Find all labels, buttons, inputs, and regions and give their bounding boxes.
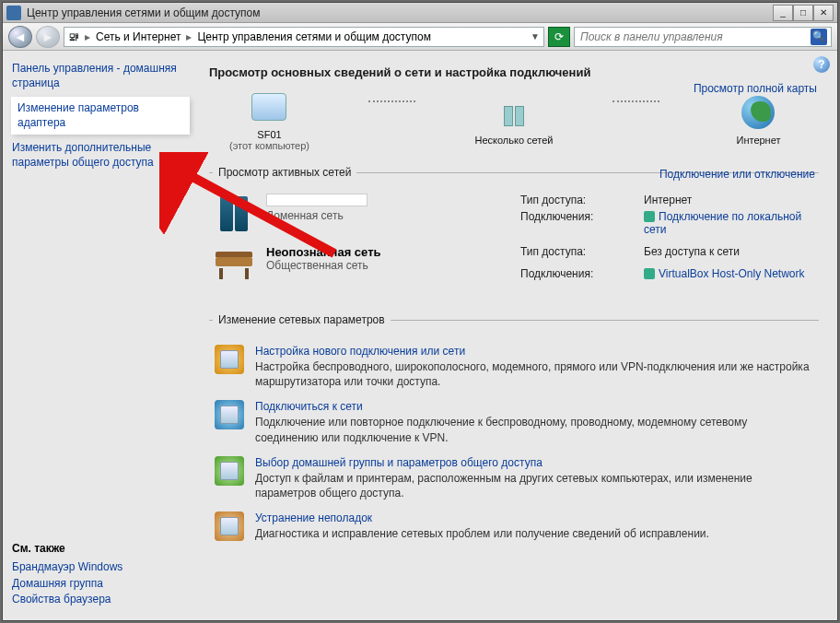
minimize-button[interactable]: _ — [773, 5, 793, 21]
multiple-networks-icon — [496, 99, 532, 126]
sidebar: Панель управления - домашняя страница Из… — [3, 51, 198, 620]
net2-access-label: Тип доступа: — [520, 245, 631, 264]
nic-icon — [644, 268, 655, 279]
task-setup-desc: Настройка беспроводного, широкополосного… — [255, 359, 813, 389]
task-setup-title[interactable]: Настройка нового подключения или сети — [255, 345, 813, 358]
search-icon[interactable]: 🔍 — [811, 29, 827, 45]
task-setup-connection[interactable]: Настройка нового подключения или сети На… — [213, 339, 815, 394]
app-icon — [6, 6, 21, 20]
forward-button[interactable]: ► — [36, 26, 60, 48]
network-entry-domain: Доменная сеть Тип доступа: Интернет Подк… — [213, 194, 815, 236]
sidebar-adapter-link[interactable]: Изменение параметров адаптера — [18, 101, 139, 129]
maximize-button[interactable]: □ — [793, 5, 813, 21]
task-connect-desc: Подключение или повторное подключение к … — [255, 415, 813, 444]
folder-icon: 🖳 — [68, 30, 79, 43]
setup-connection-icon — [215, 345, 244, 374]
back-button[interactable]: ◄ — [8, 26, 32, 48]
task-troubleshoot[interactable]: Устранение неполадок Диагностика и испра… — [213, 506, 815, 547]
change-settings-title: Изменение сетевых параметров — [213, 313, 391, 326]
main-pane: Просмотр основных сведений о сети и наст… — [198, 51, 837, 620]
public-network-icon — [214, 252, 254, 279]
sidebar-advanced-link[interactable]: Изменить дополнительные параметры общего… — [12, 141, 189, 170]
window-frame: Центр управления сетями и общим доступом… — [2, 2, 838, 621]
see-also-firewall[interactable]: Брандмауэр Windows — [12, 560, 189, 575]
connect-network-icon — [215, 400, 244, 429]
nic-icon — [644, 211, 655, 222]
titlebar: Центр управления сетями и общим доступом… — [3, 3, 837, 23]
nav-bar: ◄ ► 🖳 ▸ Сеть и Интернет ▸ Центр управлен… — [3, 23, 837, 51]
task-homegroup-desc: Доступ к файлам и принтерам, расположенн… — [255, 471, 813, 500]
domain-network-name-redacted — [266, 194, 368, 206]
see-also-browser[interactable]: Свойства браузера — [12, 593, 189, 607]
breadcrumb-2[interactable]: Центр управления сетями и общим доступом — [197, 30, 431, 43]
search-input[interactable] — [578, 29, 811, 44]
map-pc-sub: (этот компьютер) — [209, 140, 330, 151]
active-networks-group: Просмотр активных сетей Подключение или … — [209, 166, 819, 299]
refresh-button[interactable]: ⟳ — [548, 27, 570, 47]
domain-network-icon — [220, 196, 248, 231]
net2-name: Неопознанная сеть — [266, 245, 509, 259]
page-heading: Просмотр основных сведений о сети и наст… — [209, 65, 819, 79]
net2-type: Общественная сеть — [266, 259, 509, 272]
task-homegroup[interactable]: Выбор домашней группы и параметров общег… — [213, 451, 815, 506]
map-middle-label: Несколько сетей — [454, 135, 575, 146]
connect-disconnect-link[interactable]: Подключение или отключение — [659, 168, 815, 182]
map-pc-name: SF01 — [209, 129, 330, 140]
sidebar-home-link[interactable]: Панель управления - домашняя страница — [12, 62, 189, 90]
network-map: SF01 (этот компьютер) Несколько сетей Ин… — [209, 88, 819, 151]
address-bar[interactable]: 🖳 ▸ Сеть и Интернет ▸ Центр управления с… — [64, 27, 544, 47]
task-trouble-desc: Диагностика и исправление сетевых пробле… — [255, 526, 813, 541]
see-also-homegroup[interactable]: Домашняя группа — [12, 577, 189, 592]
close-button[interactable]: ✕ — [813, 5, 834, 21]
window-title: Центр управления сетями и общим доступом — [27, 6, 261, 19]
net1-access-value: Интернет — [644, 194, 815, 206]
search-box[interactable]: 🔍 — [574, 27, 832, 47]
net1-conn-link[interactable]: Подключение по локальной сети — [644, 210, 815, 236]
network-entry-unidentified: Неопознанная сеть Общественная сеть Тип … — [213, 245, 815, 286]
net1-conn-label: Подключения: — [520, 210, 631, 236]
task-homegroup-title[interactable]: Выбор домашней группы и параметров общег… — [255, 456, 813, 469]
task-connect-network[interactable]: Подключиться к сети Подключение или повт… — [213, 394, 815, 450]
breadcrumb-1[interactable]: Сеть и Интернет — [96, 30, 181, 43]
troubleshoot-icon — [215, 511, 244, 541]
this-pc-icon — [251, 93, 286, 121]
net2-conn-label: Подключения: — [520, 267, 631, 286]
map-internet-label: Интернет — [698, 135, 819, 146]
net1-access-label: Тип доступа: — [520, 194, 631, 206]
task-connect-title[interactable]: Подключиться к сети — [255, 400, 813, 413]
active-networks-title: Просмотр активных сетей — [213, 166, 356, 179]
address-dropdown-icon[interactable]: ▼ — [531, 31, 540, 41]
see-also-title: См. также — [12, 542, 189, 555]
net2-conn-link[interactable]: VirtualBox Host-Only Network — [644, 267, 815, 286]
map-connector-2 — [612, 100, 659, 102]
internet-icon — [741, 96, 775, 129]
task-trouble-title[interactable]: Устранение неполадок — [255, 511, 813, 524]
homegroup-icon — [215, 456, 244, 486]
net2-access-value: Без доступа к сети — [644, 245, 815, 264]
domain-network-type: Доменная сеть — [266, 209, 509, 222]
change-settings-group: Изменение сетевых параметров Настройка н… — [209, 313, 819, 550]
map-connector-1 — [368, 100, 415, 102]
see-also-section: См. также Брандмауэр Windows Домашняя гр… — [12, 542, 189, 609]
